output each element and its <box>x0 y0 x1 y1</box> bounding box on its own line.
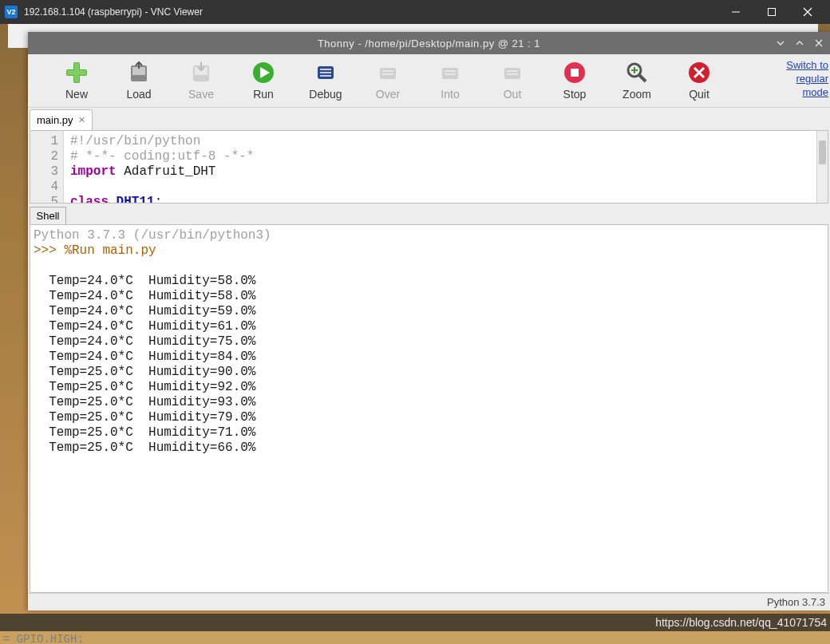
stop-icon <box>563 61 587 85</box>
line-gutter: 12345 <box>30 131 64 203</box>
out-button: Out <box>481 59 543 102</box>
status-python-version: Python 3.7.3 <box>767 596 825 608</box>
load-button[interactable]: Load <box>108 59 170 102</box>
scrollbar-thumb[interactable] <box>819 140 826 164</box>
shell-line: Temp=24.0*C Humidity=58.0% <box>34 274 255 288</box>
shell-banner: Python 3.7.3 (/usr/bin/python3) <box>34 228 271 243</box>
thonny-titlebar[interactable]: Thonny - /home/pi/Desktop/main.py @ 21 :… <box>28 32 830 54</box>
maximize-icon <box>767 7 777 17</box>
shell-tab[interactable]: Shell <box>30 207 66 224</box>
close-icon <box>814 38 824 48</box>
shell-line: Temp=25.0*C Humidity=90.0% <box>34 365 255 379</box>
maximize-button[interactable] <box>753 0 789 24</box>
run-button[interactable]: Run <box>232 59 294 102</box>
tool-label: Debug <box>309 88 342 101</box>
svg-rect-9 <box>67 70 86 75</box>
shell-line: Temp=24.0*C Humidity=75.0% <box>34 334 255 349</box>
quit-button[interactable]: Quit <box>668 59 730 102</box>
bug-icon <box>314 61 338 85</box>
tool-label: Run <box>253 88 274 101</box>
tool-label: Over <box>376 88 400 101</box>
tool-label: Stop <box>563 88 587 101</box>
thonny-minimize-button[interactable] <box>773 35 788 51</box>
svg-line-32 <box>639 75 646 81</box>
svg-rect-30 <box>571 69 579 77</box>
editor-tab-row: main.py ✕ <box>28 108 830 130</box>
chevron-up-icon <box>795 38 804 48</box>
shell-line: Temp=24.0*C Humidity=61.0% <box>34 319 255 334</box>
load-icon <box>127 61 151 85</box>
quit-icon <box>687 61 711 85</box>
thonny-title-text: Thonny - /home/pi/Desktop/main.py @ 21 :… <box>28 38 830 49</box>
play-icon <box>251 61 275 85</box>
thonny-maximize-button[interactable] <box>792 35 808 51</box>
over-button: Over <box>357 59 419 102</box>
vnc-titlebar[interactable]: V2 192.168.1.104 (raspberrypi) - VNC Vie… <box>0 0 830 24</box>
debug-button[interactable]: Debug <box>294 59 357 102</box>
tool-label: Quit <box>689 88 709 101</box>
svg-rect-20 <box>380 68 396 79</box>
tab-label: main.py <box>37 114 73 126</box>
vnc-title-text: 192.168.1.104 (raspberrypi) - VNC Viewer <box>24 6 717 18</box>
save-button: Save <box>170 59 232 102</box>
status-bar: Python 3.7.3 <box>28 593 830 610</box>
save-icon <box>189 61 213 85</box>
minimize-button[interactable] <box>717 0 753 24</box>
stop-button[interactable]: Stop <box>543 59 606 102</box>
vnc-body: Thonny - /home/pi/Desktop/main.py @ 21 :… <box>0 24 830 614</box>
shell-line: Temp=24.0*C Humidity=59.0% <box>34 304 255 318</box>
code-content[interactable]: #!/usr/bin/python # *-*- coding:utf-8 -*… <box>64 131 828 203</box>
shell-line: Temp=25.0*C Humidity=71.0% <box>34 425 255 440</box>
shell-line: Temp=24.0*C Humidity=58.0% <box>34 289 255 303</box>
watermark-bar: https://blog.csdn.net/qq_41071754 <box>0 614 830 631</box>
code-editor[interactable]: 12345 #!/usr/bin/python # *-*- coding:ut… <box>30 130 828 203</box>
thonny-close-button[interactable] <box>811 35 827 51</box>
chevron-down-icon <box>776 38 785 48</box>
shell-line: Temp=25.0*C Humidity=79.0% <box>34 410 255 425</box>
tool-label: Save <box>188 88 214 101</box>
zoom-icon <box>625 61 649 85</box>
toolbar: New Load Save <box>28 54 830 108</box>
step-into-icon <box>438 61 462 85</box>
shell-line: Temp=25.0*C Humidity=93.0% <box>34 395 255 409</box>
switch-mode-link[interactable]: Switch to regular mode <box>785 59 828 100</box>
vnc-app-icon: V2 <box>5 6 18 18</box>
watermark-text: https://blog.csdn.net/qq_41071754 <box>655 616 827 629</box>
shell-line: Temp=25.0*C Humidity=66.0% <box>34 441 255 455</box>
svg-rect-1 <box>768 9 775 16</box>
editor-tab-mainpy[interactable]: main.py ✕ <box>30 109 93 130</box>
background-code-snippet: = GPIO.HIGH: <box>3 633 84 644</box>
shell-prompt: >>> <box>34 243 64 258</box>
shell-command: %Run main.py <box>64 243 156 258</box>
new-button[interactable]: New <box>45 59 108 102</box>
plus-icon <box>65 61 89 85</box>
shell-line: Temp=25.0*C Humidity=92.0% <box>34 380 255 394</box>
tab-close-icon[interactable]: ✕ <box>78 115 85 125</box>
step-over-icon <box>376 61 400 85</box>
editor-scrollbar[interactable] <box>816 131 828 203</box>
minimize-icon <box>731 7 741 17</box>
vnc-window: V2 192.168.1.104 (raspberrypi) - VNC Vie… <box>0 0 830 614</box>
step-out-icon <box>500 61 524 85</box>
tool-label: Zoom <box>622 88 651 101</box>
svg-rect-23 <box>442 68 458 79</box>
close-button[interactable] <box>789 0 825 24</box>
svg-rect-26 <box>504 68 520 79</box>
tool-label: Out <box>504 88 522 101</box>
shell-output[interactable]: Python 3.7.3 (/usr/bin/python3) >>> %Run… <box>30 224 828 593</box>
shell-line: Temp=24.0*C Humidity=84.0% <box>34 350 255 364</box>
tool-label: Into <box>441 88 459 101</box>
into-button: Into <box>419 59 481 102</box>
tool-label: New <box>65 88 88 101</box>
close-icon <box>803 7 812 17</box>
tool-label: Load <box>126 88 151 101</box>
thonny-window: Thonny - /home/pi/Desktop/main.py @ 21 :… <box>28 32 830 610</box>
zoom-button[interactable]: Zoom <box>606 59 668 102</box>
